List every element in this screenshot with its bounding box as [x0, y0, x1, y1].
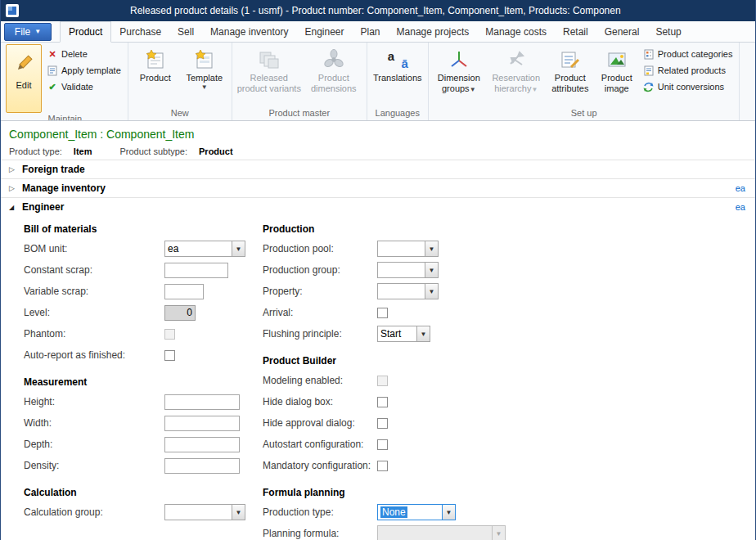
dropdown-arrow-icon[interactable]: ▼	[425, 241, 439, 257]
file-menu-button[interactable]: File ▼	[4, 23, 52, 41]
section-manage-inventory[interactable]: ▷ Manage inventory ea	[1, 178, 755, 197]
new-template-button[interactable]: Template ▼	[181, 44, 228, 105]
manage-inventory-unit-link[interactable]: ea	[736, 183, 745, 193]
section-engineer[interactable]: ◢ Engineer ea	[1, 197, 755, 216]
production-type-combobox[interactable]: None ▼	[377, 504, 456, 520]
chevron-down-icon: ▼	[34, 29, 41, 35]
autostart-configuration-checkbox[interactable]	[377, 439, 388, 450]
edit-button[interactable]: Edit	[6, 44, 42, 113]
field-phantom: Phantom:	[24, 323, 263, 344]
group-caption-setup: Set up	[432, 107, 736, 120]
field-mandatory-configuration: Mandatory configuration:	[263, 455, 506, 476]
constant-scrap-label: Constant scrap:	[24, 264, 164, 276]
dropdown-arrow-icon[interactable]: ▼	[416, 326, 430, 342]
ribbon-tab-strip: File ▼ Product Purchase Sell Manage inve…	[1, 21, 755, 43]
released-product-variants-button: Released product variants	[236, 44, 303, 105]
dropdown-arrow-icon[interactable]: ▼	[425, 262, 439, 278]
production-group-value	[377, 262, 425, 278]
dropdown-arrow-icon[interactable]: ▼	[232, 504, 245, 520]
new-product-button[interactable]: Product	[132, 44, 179, 105]
density-input[interactable]	[164, 458, 240, 474]
product-subtype-label: Product subtype:	[119, 146, 187, 156]
validate-button[interactable]: ✔ Validate	[43, 79, 124, 95]
tab-manage-costs[interactable]: Manage costs	[477, 22, 555, 42]
hide-approval-dialog-checkbox[interactable]	[377, 418, 388, 429]
product-type-value: Item	[74, 146, 92, 156]
unit-conversions-button[interactable]: Unit conversions	[640, 79, 736, 95]
width-label: Width:	[24, 417, 164, 429]
dropdown-arrow-icon[interactable]: ▼	[425, 283, 439, 299]
field-planning-formula: Planning formula: ▼	[263, 523, 506, 540]
bom-unit-label: BOM unit:	[24, 243, 164, 254]
tab-plan[interactable]: Plan	[353, 22, 389, 42]
constant-scrap-input[interactable]	[164, 263, 228, 278]
field-production-group: Production group: ▼	[263, 259, 506, 281]
bom-unit-combobox[interactable]: ea ▼	[164, 241, 245, 257]
related-products-button[interactable]: Related products	[640, 62, 736, 79]
tab-manage-projects[interactable]: Manage projects	[389, 22, 478, 42]
product-attributes-button[interactable]: Product attributes	[547, 44, 594, 105]
section-title-engineer: Engineer	[22, 201, 64, 213]
group-caption-product-master: Product master	[236, 107, 363, 120]
calculation-group-value	[164, 504, 232, 520]
production-pool-combobox[interactable]: ▼	[377, 241, 439, 257]
field-hide-dialog-box: Hide dialog box:	[263, 391, 506, 412]
released-product-variants-label: Released product variants	[236, 73, 302, 93]
level-input	[164, 305, 196, 321]
mandatory-configuration-checkbox[interactable]	[377, 461, 388, 471]
arrival-label: Arrival:	[263, 307, 377, 318]
property-label: Property:	[263, 286, 377, 297]
flushing-principle-combobox[interactable]: Start ▼	[377, 326, 430, 342]
categories-icon	[643, 48, 655, 60]
dropdown-arrow-icon[interactable]: ▼	[232, 241, 245, 257]
heading-production: Production	[263, 223, 506, 235]
field-constant-scrap: Constant scrap:	[24, 259, 263, 281]
calculation-group-combobox[interactable]: ▼	[164, 504, 245, 520]
dimension-groups-button[interactable]: Dimension groups▼	[432, 44, 486, 105]
group-caption-languages: Languages	[371, 107, 425, 120]
tab-general[interactable]: General	[596, 22, 648, 42]
app-icon	[6, 4, 19, 17]
planning-formula-value	[377, 525, 492, 540]
conversion-arrows-icon	[643, 81, 655, 92]
variable-scrap-label: Variable scrap:	[24, 286, 164, 297]
template-sheet-icon	[47, 65, 58, 76]
product-categories-label: Product categories	[658, 49, 733, 59]
delete-button[interactable]: ✕ Delete	[43, 46, 124, 62]
tab-engineer[interactable]: Engineer	[296, 22, 352, 42]
image-icon	[607, 47, 627, 73]
tab-setup[interactable]: Setup	[647, 22, 689, 42]
engineer-unit-link[interactable]: ea	[736, 202, 745, 212]
height-input[interactable]	[164, 394, 240, 410]
tab-sell[interactable]: Sell	[169, 22, 202, 42]
heading-formula-planning: Formula planning	[263, 487, 506, 498]
arrival-checkbox[interactable]	[377, 308, 388, 318]
dropdown-arrow-icon[interactable]: ▼	[442, 504, 456, 520]
tab-purchase[interactable]: Purchase	[111, 22, 169, 42]
tab-manage-inventory[interactable]: Manage inventory	[202, 22, 296, 42]
property-combobox[interactable]: ▼	[377, 283, 439, 299]
check-icon: ✔	[47, 81, 58, 92]
engineer-section-body: Bill of materials BOM unit: ea ▼ Constan…	[1, 216, 755, 540]
edit-button-label: Edit	[16, 80, 32, 91]
depth-input[interactable]	[164, 437, 240, 452]
auto-report-checkbox[interactable]	[164, 350, 175, 361]
translations-button[interactable]: aā Translations	[371, 44, 425, 105]
apply-template-button[interactable]: Apply template	[43, 62, 124, 79]
product-dimensions-button: Product dimensions	[304, 44, 363, 105]
width-input[interactable]	[164, 416, 240, 431]
production-group-combobox[interactable]: ▼	[377, 262, 439, 278]
flushing-principle-label: Flushing principle:	[263, 328, 377, 340]
product-categories-button[interactable]: Product categories	[640, 46, 736, 62]
tab-product[interactable]: Product	[60, 21, 111, 43]
reservation-hierarchy-button: Reservation hierarchy▼	[488, 44, 545, 105]
section-foreign-trade[interactable]: ▷ Foreign trade	[1, 160, 755, 178]
file-menu-label: File	[15, 26, 30, 38]
ribbon-group-languages: aā Translations Languages	[367, 43, 429, 120]
field-modeling-enabled: Modeling enabled:	[263, 370, 506, 391]
product-image-button[interactable]: Product image	[596, 44, 638, 105]
variable-scrap-input[interactable]	[164, 284, 204, 299]
tab-retail[interactable]: Retail	[555, 22, 596, 42]
field-height: Height:	[24, 391, 263, 412]
hide-dialog-box-checkbox[interactable]	[377, 397, 388, 407]
